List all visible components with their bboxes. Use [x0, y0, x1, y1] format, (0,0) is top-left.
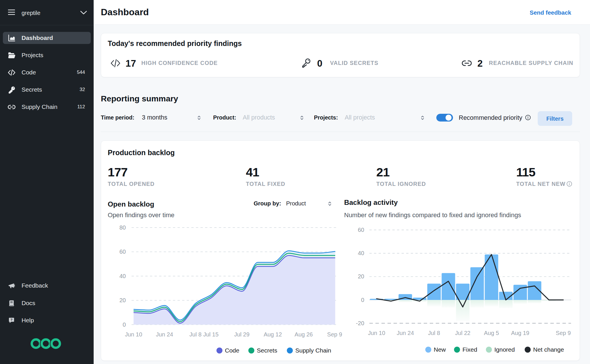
svg-text:?: ?	[10, 318, 12, 321]
